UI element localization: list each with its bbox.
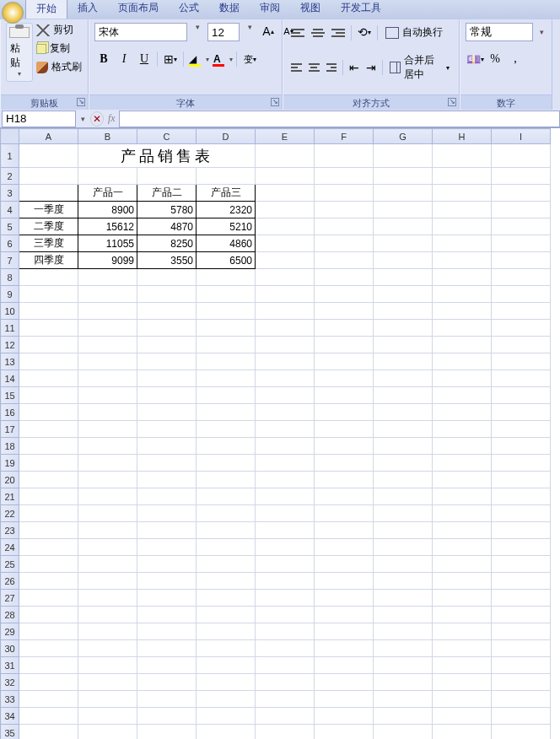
cell[interactable] — [315, 505, 374, 522]
cell[interactable] — [492, 657, 551, 674]
cell[interactable] — [433, 370, 492, 387]
cell[interactable] — [19, 269, 78, 286]
row-13[interactable]: 13 — [1, 353, 19, 370]
cell[interactable] — [492, 708, 551, 725]
cell[interactable] — [197, 725, 256, 740]
cell[interactable] — [78, 590, 137, 607]
row-7[interactable]: 7 — [1, 252, 19, 269]
cell[interactable] — [78, 286, 137, 303]
cell[interactable] — [315, 623, 374, 640]
cell[interactable] — [256, 438, 315, 455]
font-size-dd-icon[interactable]: ▾ — [243, 23, 256, 41]
row-2[interactable]: 2 — [1, 168, 19, 185]
cell[interactable] — [374, 505, 433, 522]
cell[interactable]: 6500 — [197, 252, 256, 269]
cell[interactable] — [256, 404, 315, 421]
cell[interactable] — [256, 303, 315, 320]
cell[interactable] — [492, 387, 551, 404]
cell[interactable] — [256, 387, 315, 404]
cell[interactable] — [137, 404, 197, 421]
cell[interactable] — [492, 640, 551, 657]
row-11[interactable]: 11 — [1, 320, 19, 337]
font-size-combo[interactable] — [207, 23, 240, 41]
cell[interactable] — [256, 455, 315, 472]
cell[interactable] — [492, 455, 551, 472]
cell[interactable] — [315, 421, 374, 438]
cell[interactable] — [492, 269, 551, 286]
number-format-dd-icon[interactable]: ▾ — [535, 28, 548, 36]
row-6[interactable]: 6 — [1, 235, 19, 252]
cell[interactable] — [374, 623, 433, 640]
row-5[interactable]: 5 — [1, 218, 19, 235]
cell[interactable] — [78, 691, 137, 708]
cell[interactable] — [256, 421, 315, 438]
fx-icon[interactable]: fx — [108, 112, 116, 125]
cell[interactable] — [137, 370, 197, 387]
cell[interactable] — [492, 607, 551, 623]
cell[interactable] — [19, 387, 78, 404]
cell[interactable] — [256, 235, 315, 252]
name-box-dd-icon[interactable]: ▾ — [76, 115, 89, 123]
cell[interactable] — [315, 218, 374, 235]
cell[interactable] — [137, 286, 197, 303]
cell[interactable] — [256, 144, 315, 168]
cell[interactable] — [137, 708, 197, 725]
cell[interactable] — [256, 590, 315, 607]
cell[interactable] — [137, 337, 197, 353]
cell[interactable] — [197, 337, 256, 353]
cell[interactable] — [137, 657, 197, 674]
cell[interactable] — [19, 455, 78, 472]
cell[interactable] — [19, 404, 78, 421]
underline-button[interactable]: U — [135, 50, 153, 68]
cell[interactable] — [492, 505, 551, 522]
row-24[interactable]: 24 — [1, 539, 19, 556]
cell[interactable] — [19, 472, 78, 488]
cell[interactable] — [433, 218, 492, 235]
cell[interactable] — [19, 522, 78, 539]
col-B[interactable]: B — [78, 129, 137, 144]
cell[interactable] — [433, 640, 492, 657]
cell[interactable] — [433, 472, 492, 488]
cell[interactable] — [197, 387, 256, 404]
tab-dev[interactable]: 开发工具 — [331, 0, 391, 19]
cell[interactable] — [256, 337, 315, 353]
cell[interactable] — [256, 708, 315, 725]
cell[interactable] — [433, 387, 492, 404]
cell[interactable] — [19, 539, 78, 556]
cell[interactable]: 四季度 — [19, 252, 78, 269]
cell[interactable] — [19, 421, 78, 438]
cell[interactable]: 二季度 — [19, 218, 78, 235]
row-1[interactable]: 1 — [1, 144, 19, 168]
cell[interactable]: 5210 — [197, 218, 256, 235]
orientation-button[interactable]: ⟲▾ — [355, 24, 374, 42]
font-name-dd-icon[interactable]: ▾ — [191, 23, 204, 41]
cell[interactable] — [19, 370, 78, 387]
cell[interactable] — [433, 590, 492, 607]
cell[interactable] — [197, 556, 256, 573]
cell[interactable] — [374, 607, 433, 623]
cell[interactable] — [492, 438, 551, 455]
cell[interactable] — [315, 590, 374, 607]
cell[interactable]: 8250 — [137, 235, 197, 252]
cell[interactable]: 产品一 — [78, 185, 137, 202]
col-F[interactable]: F — [315, 129, 374, 144]
row-31[interactable]: 31 — [1, 657, 19, 674]
cell[interactable] — [315, 556, 374, 573]
cell[interactable] — [197, 438, 256, 455]
cell[interactable] — [433, 185, 492, 202]
cell[interactable] — [256, 353, 315, 370]
tab-data[interactable]: 数据 — [209, 0, 250, 19]
cell[interactable] — [256, 505, 315, 522]
cell[interactable] — [433, 623, 492, 640]
cell[interactable] — [374, 144, 433, 168]
cell[interactable] — [256, 218, 315, 235]
cell[interactable] — [433, 404, 492, 421]
cell[interactable] — [315, 573, 374, 590]
row-30[interactable]: 30 — [1, 640, 19, 657]
cell[interactable] — [492, 144, 551, 168]
tab-insert[interactable]: 插入 — [67, 0, 108, 19]
cell[interactable] — [78, 404, 137, 421]
cell[interactable] — [492, 286, 551, 303]
cell[interactable] — [433, 235, 492, 252]
percent-button[interactable]: % — [486, 50, 504, 68]
